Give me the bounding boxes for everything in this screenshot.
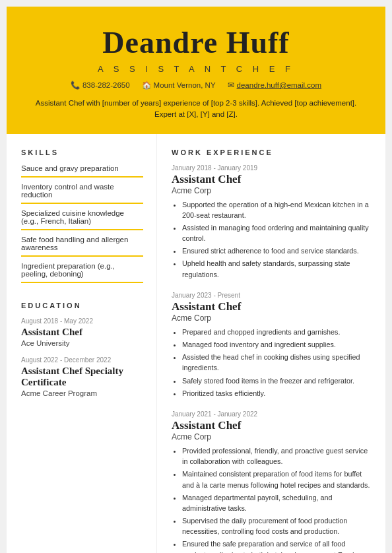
email-item: ✉ deandre.huff@email.com bbox=[228, 81, 321, 90]
phone-item: 📞 838-282-2650 bbox=[71, 81, 130, 90]
work-bullet-item: Prioritized tasks efficiently. bbox=[182, 388, 372, 399]
work-bullet-item: Managed food inventory and ingredient su… bbox=[182, 339, 372, 350]
email-icon: ✉ bbox=[228, 81, 234, 90]
skill-item: Specialized cuisine knowledge (e.g., Fre… bbox=[21, 209, 143, 230]
edu-school: Acme Career Program bbox=[21, 389, 143, 397]
work-bullets: Prepared and chopped ingredients and gar… bbox=[172, 327, 372, 399]
skills-section-title: SKILLS bbox=[21, 148, 143, 156]
skill-item: Inventory control and waste reduction bbox=[21, 183, 143, 204]
work-bullet-item: Upheld health and safety standards, surp… bbox=[182, 258, 372, 279]
work-list: January 2018 - January 2019Assistant Che… bbox=[172, 164, 372, 554]
education-section-title: EDUCATION bbox=[21, 302, 143, 309]
work-company: Acme Corp bbox=[172, 432, 372, 441]
candidate-title: A s s i s t a n t C h e f bbox=[26, 64, 366, 74]
skill-item: Ingredient preparation (e.g., peeling, d… bbox=[21, 262, 143, 283]
work-bullet-item: Supervised the daily procurement of food… bbox=[182, 515, 372, 537]
work-date: January 2021 - January 2022 bbox=[172, 410, 372, 418]
edu-degree: Assistant Chef Specialty Certificate bbox=[21, 366, 143, 388]
work-entry: January 2023 - PresentAssistant ChefAcme… bbox=[172, 292, 372, 399]
location-icon: 🏠 bbox=[142, 81, 151, 90]
work-entry: January 2018 - January 2019Assistant Che… bbox=[172, 164, 372, 280]
candidate-name: Deandre Huff bbox=[26, 25, 366, 60]
resume-body: SKILLS Sauce and gravy preparationInvent… bbox=[7, 134, 385, 554]
location-text: Mount Vernon, NY bbox=[154, 81, 216, 89]
work-section-title: WORK EXPERIENCE bbox=[172, 148, 372, 156]
skill-item: Sauce and gravy preparation bbox=[21, 164, 143, 178]
work-bullet-item: Assisted in managing food ordering and m… bbox=[182, 222, 372, 244]
skills-section: SKILLS Sauce and gravy preparationInvent… bbox=[21, 148, 143, 283]
work-bullet-item: Supported the operation of a high-end Me… bbox=[182, 199, 372, 220]
education-entry: August 2018 - May 2022Assistant ChefAce … bbox=[21, 317, 143, 347]
edu-date: August 2022 - December 2022 bbox=[21, 356, 143, 364]
resume-header: Deandre Huff A s s i s t a n t C h e f 📞… bbox=[7, 7, 385, 134]
skills-list: Sauce and gravy preparationInventory con… bbox=[21, 164, 143, 283]
email-link[interactable]: deandre.huff@email.com bbox=[237, 81, 321, 89]
work-bullet-item: Assisted the head chef in cooking dishes… bbox=[182, 352, 372, 373]
work-bullets: Supported the operation of a high-end Me… bbox=[172, 199, 372, 280]
phone-number: 838-282-2650 bbox=[82, 81, 130, 89]
work-bullet-item: Provided professional, friendly, and pro… bbox=[182, 445, 372, 467]
work-experience-section: WORK EXPERIENCE January 2018 - January 2… bbox=[172, 148, 372, 554]
work-bullet-item: Ensured the safe preparation and service… bbox=[182, 538, 372, 553]
header-summary: Assistant Chef with [number of years] ex… bbox=[26, 98, 366, 121]
resume-container: Deandre Huff A s s i s t a n t C h e f 📞… bbox=[7, 7, 385, 553]
work-bullet-item: Managed departmental payroll, scheduling… bbox=[182, 492, 372, 513]
edu-date: August 2018 - May 2022 bbox=[21, 317, 143, 325]
work-bullet-item: Prepared and chopped ingredients and gar… bbox=[182, 327, 372, 337]
work-title: Assistant Chef bbox=[172, 419, 372, 432]
education-section: EDUCATION August 2018 - May 2022Assistan… bbox=[21, 302, 143, 397]
edu-school: Ace University bbox=[21, 339, 143, 347]
phone-icon: 📞 bbox=[71, 81, 80, 90]
work-entry: January 2021 - January 2022Assistant Che… bbox=[172, 410, 372, 553]
work-company: Acme Corp bbox=[172, 186, 372, 195]
work-date: January 2018 - January 2019 bbox=[172, 164, 372, 172]
work-company: Acme Corp bbox=[172, 313, 372, 323]
work-date: January 2023 - Present bbox=[172, 292, 372, 299]
skill-item: Safe food handling and allergen awarenes… bbox=[21, 236, 143, 257]
work-bullet-item: Maintained consistent preparation of foo… bbox=[182, 469, 372, 490]
location-item: 🏠 Mount Vernon, NY bbox=[142, 81, 216, 90]
contact-row: 📞 838-282-2650 🏠 Mount Vernon, NY ✉ dean… bbox=[26, 81, 366, 90]
work-title: Assistant Chef bbox=[172, 173, 372, 186]
left-column: SKILLS Sauce and gravy preparationInvent… bbox=[7, 134, 157, 554]
education-list: August 2018 - May 2022Assistant ChefAce … bbox=[21, 317, 143, 397]
work-bullet-item: Ensured strict adherence to food and ser… bbox=[182, 245, 372, 256]
work-title: Assistant Chef bbox=[172, 300, 372, 313]
work-bullet-item: Safely stored food items in the freezer … bbox=[182, 375, 372, 386]
education-entry: August 2022 - December 2022Assistant Che… bbox=[21, 356, 143, 397]
edu-degree: Assistant Chef bbox=[21, 327, 143, 338]
work-bullets: Provided professional, friendly, and pro… bbox=[172, 445, 372, 553]
right-column: WORK EXPERIENCE January 2018 - January 2… bbox=[157, 134, 385, 554]
